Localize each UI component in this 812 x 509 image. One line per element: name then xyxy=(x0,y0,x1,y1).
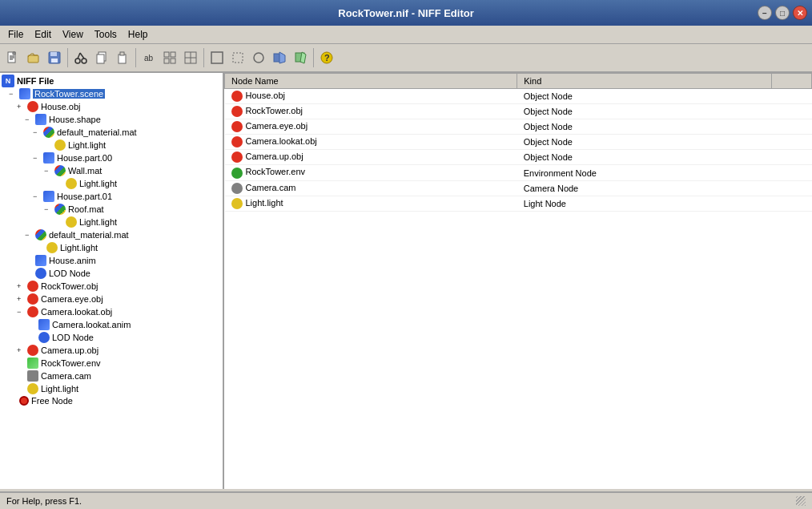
node-icon-yellow xyxy=(66,178,77,189)
expand-icon[interactable]: − xyxy=(33,128,41,136)
tool-b4[interactable] xyxy=(207,48,227,67)
tree-node[interactable]: Free Node xyxy=(2,395,221,406)
tree-node[interactable]: Light.light xyxy=(2,382,221,395)
menu-view[interactable]: View xyxy=(58,27,88,42)
expand-icon[interactable]: − xyxy=(44,167,52,175)
new-button[interactable] xyxy=(3,48,22,67)
node-icon-mat xyxy=(54,165,66,176)
tool-b3[interactable] xyxy=(181,48,200,67)
tree-node[interactable]: House.anim xyxy=(2,254,221,267)
expand-icon[interactable]: − xyxy=(44,205,52,213)
tree-node[interactable]: − RockTower.scene xyxy=(2,87,221,100)
svg-line-10 xyxy=(78,53,80,59)
tree-node[interactable]: − default_material.mat xyxy=(2,126,221,139)
svg-line-11 xyxy=(80,53,84,59)
menu-tools[interactable]: Tools xyxy=(90,27,122,42)
status-text: For Help, press F1. xyxy=(6,496,82,506)
expand-icon[interactable]: − xyxy=(9,90,17,98)
tree-node[interactable]: − Wall.mat xyxy=(2,164,221,177)
tree-node[interactable]: − Roof.mat xyxy=(2,203,221,216)
tool-b6[interactable] xyxy=(270,48,289,67)
tree-node[interactable]: Light.light xyxy=(2,241,221,254)
tree-node-label: House.part.01 xyxy=(57,192,112,201)
table-row[interactable]: Camera.camCamera Node xyxy=(225,180,812,196)
svg-rect-17 xyxy=(164,52,169,57)
tree-node[interactable]: + RockTower.obj xyxy=(2,280,221,293)
window-title: RockTower.nif - NIFF Editor xyxy=(338,7,473,19)
node-icon-free xyxy=(19,396,29,406)
table-row[interactable]: RockTower.envEnvironment Node xyxy=(225,165,812,180)
tree-node[interactable]: Light.light xyxy=(2,139,221,151)
table-row[interactable]: Camera.up.objObject Node xyxy=(225,150,812,165)
tree-node[interactable]: Light.light xyxy=(2,177,221,190)
tree-node[interactable]: LOD Node xyxy=(2,267,221,280)
table-row[interactable]: Light.lightLight Node xyxy=(225,196,812,211)
expand-icon[interactable]: − xyxy=(25,231,33,239)
tree-node[interactable]: − House.shape xyxy=(2,113,221,126)
tree-node[interactable]: − default_material.mat xyxy=(2,228,221,241)
close-button[interactable]: ✕ xyxy=(793,6,807,20)
cell-kind: Object Node xyxy=(517,135,771,150)
copy-button[interactable] xyxy=(92,48,111,67)
row-icon xyxy=(231,121,243,132)
col-kind: Kind xyxy=(517,74,771,89)
tree-node-label: House.obj xyxy=(41,102,81,111)
expand-icon[interactable]: + xyxy=(17,295,25,303)
row-icon xyxy=(231,183,243,194)
expand-icon[interactable]: − xyxy=(25,115,33,123)
tool-b1[interactable]: ab xyxy=(139,48,159,67)
minimize-button[interactable]: − xyxy=(758,6,772,20)
title-bar-buttons: − □ ✕ xyxy=(758,6,807,20)
node-icon-yellow xyxy=(27,383,38,394)
table-row[interactable]: House.objObject Node xyxy=(225,89,812,104)
tree-node[interactable]: Light.light xyxy=(2,216,221,228)
tree-node[interactable]: Camera.cam xyxy=(2,370,221,382)
tree-node[interactable]: − House.part.01 xyxy=(2,190,221,203)
svg-rect-25 xyxy=(233,53,243,63)
node-icon-yellow xyxy=(66,216,77,228)
expand-icon[interactable]: + xyxy=(17,282,25,290)
row-icon xyxy=(231,168,243,179)
tool-b5[interactable] xyxy=(228,48,247,67)
tree-node-label: RockTower.scene xyxy=(33,89,105,99)
cut-button[interactable] xyxy=(71,48,90,67)
expand-icon[interactable]: + xyxy=(17,346,25,354)
tree-node-label: Camera.cam xyxy=(41,371,91,381)
tree-node[interactable]: − House.part.00 xyxy=(2,151,221,164)
menu-help[interactable]: Help xyxy=(123,27,153,42)
expand-icon[interactable]: − xyxy=(33,192,41,200)
tree-node[interactable]: Camera.lookat.anim xyxy=(2,318,221,331)
tool-b2[interactable] xyxy=(160,48,179,67)
save-button[interactable] xyxy=(45,48,64,67)
tree-node[interactable]: + Camera.up.obj xyxy=(2,344,221,357)
tree-node[interactable]: + Camera.eye.obj xyxy=(2,293,221,305)
table-row[interactable]: RockTower.objObject Node xyxy=(225,104,812,119)
tree-node[interactable]: LOD Node xyxy=(2,331,221,344)
help-button[interactable]: ? xyxy=(317,48,336,67)
table-row[interactable]: Camera.lookat.objObject Node xyxy=(225,135,812,150)
table-row[interactable]: Camera.eye.objObject Node xyxy=(225,119,812,135)
tool-b7[interactable] xyxy=(291,48,310,67)
maximize-button[interactable]: □ xyxy=(775,6,790,20)
node-icon-mat xyxy=(54,204,66,215)
tree-node[interactable]: + House.obj xyxy=(2,100,221,113)
menu-edit[interactable]: Edit xyxy=(30,27,56,42)
tree-node-label: Light.light xyxy=(60,243,98,252)
paste-button[interactable] xyxy=(113,48,132,67)
expand-icon[interactable]: − xyxy=(33,154,41,162)
tree-node[interactable]: − Camera.lookat.obj xyxy=(2,305,221,318)
open-button[interactable] xyxy=(24,48,43,67)
cell-empty xyxy=(771,180,811,196)
tree-node[interactable]: RockTower.env xyxy=(2,357,221,370)
expand-icon[interactable]: − xyxy=(17,308,25,316)
menu-file[interactable]: File xyxy=(3,27,28,42)
node-icon-yellow xyxy=(54,139,66,151)
node-icon-red xyxy=(27,293,38,305)
tool-circle[interactable] xyxy=(249,48,268,67)
cell-kind: Environment Node xyxy=(517,165,771,180)
expand-icon[interactable]: + xyxy=(17,103,25,111)
cell-node-name: Camera.cam xyxy=(225,180,517,196)
cell-node-name: House.obj xyxy=(225,89,517,104)
svg-text:?: ? xyxy=(324,53,330,63)
node-icon-red xyxy=(27,306,38,317)
